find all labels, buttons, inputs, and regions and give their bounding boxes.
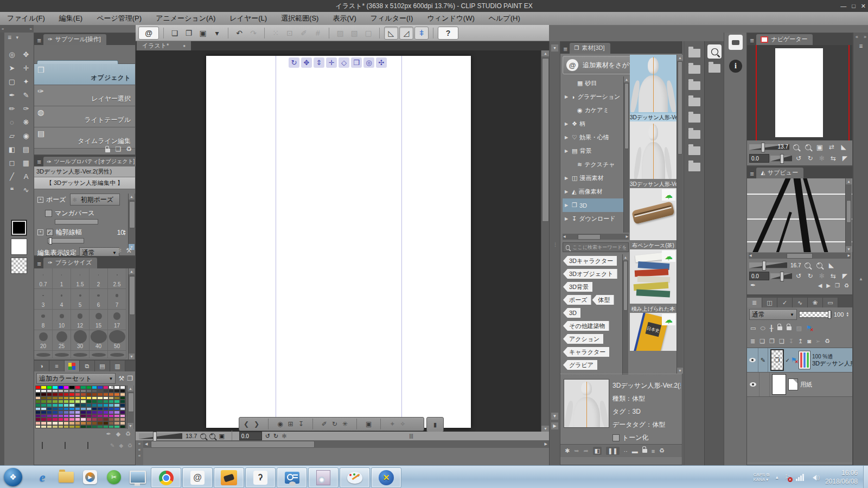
color-swatch-3-14[interactable] xyxy=(114,396,119,400)
model-roll-icon[interactable]: ❒ xyxy=(351,57,362,68)
delete-color-icon[interactable]: ♻ xyxy=(125,431,131,438)
color-swatch-5-5[interactable] xyxy=(63,403,69,407)
tag-scrollbar[interactable]: ▲ xyxy=(622,254,628,375)
color-swatch-9-7[interactable] xyxy=(75,418,80,421)
tab-approx-color[interactable]: ▤ xyxy=(95,361,110,371)
color-swatch-11-5[interactable] xyxy=(63,425,69,429)
subtool-light-table[interactable]: ◍ライトテーブル xyxy=(34,106,135,127)
view-detail-icon[interactable]: ◧ xyxy=(593,447,602,455)
color-swatch-11-13[interactable] xyxy=(108,425,114,429)
color-swatch-7-12[interactable] xyxy=(103,410,108,414)
color-swatch-3-13[interactable] xyxy=(108,396,114,400)
color-swatch-10-4[interactable] xyxy=(58,421,63,425)
color-swatch-4-10[interactable] xyxy=(92,400,97,403)
color-swatch-1-5[interactable] xyxy=(63,389,69,393)
tab-color-set[interactable] xyxy=(65,361,80,371)
brush-size-15[interactable]: 15 xyxy=(90,310,108,330)
scroll-up-icon[interactable]: ▲ xyxy=(623,254,628,260)
toolbar-arrow-icon[interactable]: ▾ xyxy=(16,35,19,40)
tag-3D[interactable]: 3D xyxy=(563,308,580,318)
selection-border-button[interactable]: ▢ xyxy=(362,27,375,39)
new-vector-layer-icon[interactable]: ❐ xyxy=(769,338,775,345)
color-swatch-5-3[interactable] xyxy=(52,403,58,407)
color-swatch-6-8[interactable] xyxy=(80,407,86,411)
menu-item-2[interactable]: ページ管理(P) xyxy=(90,12,149,24)
initial-pose-button[interactable]: ✻ 初期ポーズ xyxy=(70,194,120,206)
taskbar-chrome[interactable] xyxy=(151,467,181,488)
next-object-icon[interactable]: ❯ xyxy=(254,420,259,428)
scroll-up-icon[interactable]: ▲ xyxy=(127,386,133,391)
blend-mode-dropdown[interactable]: 通常▼ xyxy=(749,309,797,320)
palette-collapse-strip[interactable]: «» xyxy=(0,25,34,33)
nav-reset-view-icon[interactable]: ◤ xyxy=(840,153,850,163)
ruler-tool[interactable]: ╱ xyxy=(5,170,19,183)
tag-グラビア[interactable]: グラビア xyxy=(563,360,597,370)
collapse-left-icon[interactable]: « xyxy=(856,34,858,40)
color-swatch-3-11[interactable] xyxy=(97,396,103,400)
color-swatch-0-12[interactable] xyxy=(103,386,108,389)
tool-property-scrollbar[interactable]: ▲ ▼ xyxy=(128,194,135,250)
tree-sand[interactable]: ▦砂目 xyxy=(563,76,623,90)
model-rotate-icon[interactable]: ↻ xyxy=(332,420,337,428)
brush-size-tab[interactable]: ✑ブラシサイズ xyxy=(43,258,97,268)
lock-subtool-icon[interactable] xyxy=(105,149,110,152)
brushstroke-button[interactable]: ✐ xyxy=(297,27,310,39)
pencil-tool[interactable]: ✏ xyxy=(5,102,19,115)
canvas-tab[interactable]: イラスト*● xyxy=(137,41,191,50)
color-swatch-10-8[interactable] xyxy=(80,421,86,425)
reference-icon[interactable]: ╂ xyxy=(770,325,774,332)
color-swatch-3-0[interactable] xyxy=(35,396,41,400)
model-ground-icon[interactable]: ✣ xyxy=(376,57,387,68)
reset-property-icon[interactable]: ✻ xyxy=(116,247,122,254)
brush-size-12[interactable]: 12 xyxy=(71,310,90,330)
history-swatch-0[interactable] xyxy=(42,442,43,449)
dock-folder-4[interactable] xyxy=(688,98,700,106)
ink-icon[interactable]: ◆ xyxy=(116,431,120,438)
airbrush-tool[interactable]: ◌ xyxy=(5,115,19,129)
material-notebook[interactable]: 日本史 xyxy=(630,313,676,351)
material-search-box[interactable]: ここに検索キーワードを入力 xyxy=(563,242,629,252)
color-swatch-3-15[interactable] xyxy=(120,396,125,400)
model-move-icon[interactable]: ✛ xyxy=(326,57,337,68)
brush-tool[interactable]: ✑ xyxy=(19,102,33,115)
scroll-up-icon[interactable]: ▲ xyxy=(624,76,629,82)
tab-animation[interactable]: ∿ xyxy=(793,298,808,307)
color-swatch-6-7[interactable] xyxy=(75,407,80,411)
color-swatch-8-0[interactable] xyxy=(35,414,41,418)
color-swatch-6-0[interactable] xyxy=(35,407,41,411)
layer-stack-icon[interactable]: ≣ xyxy=(750,338,755,345)
tag-体型[interactable]: 体型 xyxy=(592,295,614,305)
manga-perspective-checkbox[interactable] xyxy=(45,210,52,217)
perspective-slider[interactable] xyxy=(55,219,98,224)
nav-flip-h-icon[interactable]: ⇄ xyxy=(826,142,837,152)
decoration-tool[interactable]: ❋ xyxy=(19,115,33,129)
zoom-slider[interactable] xyxy=(139,433,182,439)
copy-icon[interactable]: ➥ xyxy=(574,447,579,454)
fit-screen-icon[interactable]: ▣ xyxy=(219,433,224,440)
color-swatch-9-5[interactable] xyxy=(63,418,69,421)
color-swatch-9-15[interactable] xyxy=(120,418,125,421)
subview-prev-icon[interactable]: ◀ xyxy=(818,282,822,288)
brush-size-10[interactable]: 10 xyxy=(53,310,71,330)
color-swatch-3-7[interactable] xyxy=(75,396,80,400)
color-swatch-5-12[interactable] xyxy=(103,403,108,407)
move-screen-tool[interactable]: ✥ xyxy=(19,48,33,61)
color-swatch-5-9[interactable] xyxy=(86,403,92,407)
tab-intermediate-color[interactable]: ⧉ xyxy=(80,361,95,371)
color-swatch-4-2[interactable] xyxy=(47,400,52,403)
color-swatch-2-2[interactable] xyxy=(47,393,52,396)
panel-menu-icon[interactable]: ≣ xyxy=(750,171,754,177)
color-swatch-7-6[interactable] xyxy=(69,410,74,414)
color-swatch-0-13[interactable] xyxy=(108,386,114,389)
taskbar-control-panel[interactable] xyxy=(277,467,307,488)
color-swatch-1-1[interactable] xyxy=(41,389,46,393)
brush-size-40[interactable]: 40 xyxy=(90,330,108,351)
color-swatch-4-3[interactable] xyxy=(52,400,58,403)
scroll-down-icon[interactable]: ▼ xyxy=(541,426,550,432)
scroll-down-icon[interactable]: ▼ xyxy=(129,354,135,359)
color-swatch-10-0[interactable] xyxy=(35,421,41,425)
color-swatch-7-4[interactable] xyxy=(58,410,63,414)
color-swatch-5-1[interactable] xyxy=(41,403,46,407)
scroll-up-icon[interactable]: ▲ xyxy=(677,55,683,61)
sub-color-swatch[interactable] xyxy=(11,239,27,255)
